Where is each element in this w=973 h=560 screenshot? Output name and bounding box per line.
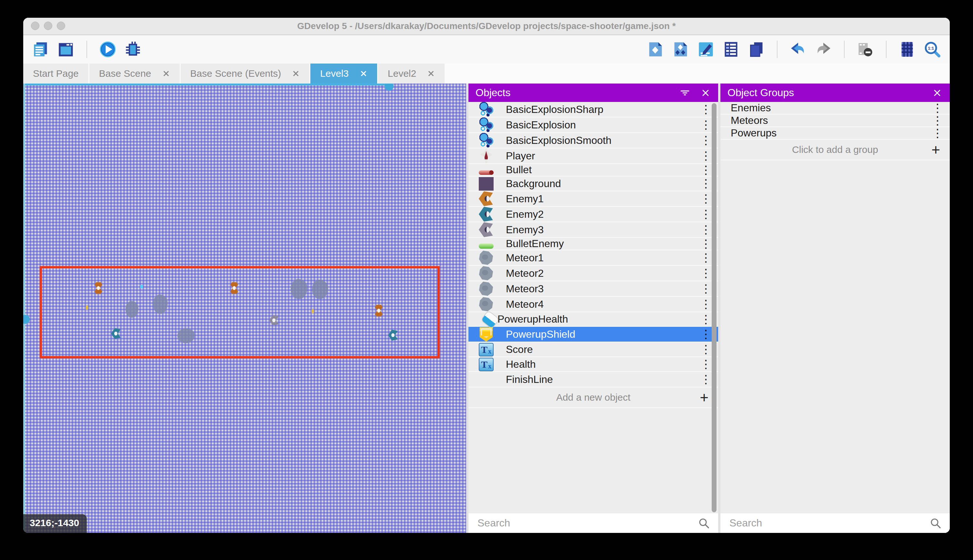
object-row-enemy2[interactable]: Enemy2⋮ — [468, 207, 718, 222]
group-label: Meteors — [731, 115, 932, 127]
row-menu-button[interactable]: ⋮ — [700, 178, 711, 189]
tab-close-icon[interactable] — [162, 70, 170, 77]
row-menu-button[interactable]: ⋮ — [700, 252, 711, 263]
tab-close-icon[interactable] — [292, 70, 300, 77]
object-row-basicexplosion[interactable]: BasicExplosion⋮ — [468, 117, 718, 133]
object-row-meteor3[interactable]: Meteor3⋮ — [468, 281, 718, 297]
row-menu-button[interactable]: ⋮ — [932, 102, 943, 114]
object-label: Player — [506, 150, 700, 162]
row-menu-button[interactable]: ⋮ — [700, 313, 711, 325]
object-row-meteor1[interactable]: Meteor1⋮ — [468, 250, 718, 266]
scene-canvas[interactable]: 3216;-1430 — [23, 83, 466, 533]
row-menu-button[interactable]: ⋮ — [700, 135, 711, 146]
objects-panel-icon[interactable] — [647, 41, 664, 58]
plus-icon[interactable]: + — [931, 142, 940, 157]
close-icon[interactable] — [700, 87, 711, 98]
add-group-button[interactable]: Click to add a group + — [720, 140, 950, 160]
object-row-meteor4[interactable]: Meteor4⋮ — [468, 297, 718, 312]
objects-search-input[interactable] — [477, 517, 698, 529]
add-group-label: Click to add a group — [792, 144, 878, 155]
panel-divider[interactable] — [466, 83, 468, 533]
tab-close-icon[interactable] — [360, 70, 367, 77]
preview-play-icon[interactable] — [99, 41, 116, 58]
tab-start-page[interactable]: Start Page — [23, 63, 88, 83]
object-groups-panel-icon[interactable] — [672, 41, 689, 58]
undo-icon[interactable] — [790, 41, 806, 58]
zoom-1-1-icon[interactable]: 1:1 — [924, 41, 941, 58]
object-label: Meteor3 — [506, 283, 700, 295]
row-menu-button[interactable]: ⋮ — [700, 298, 711, 310]
object-row-powerupshield[interactable]: PowerupShield⋮ — [468, 327, 718, 342]
group-label: Enemies — [731, 102, 932, 114]
powerup-health-icon — [480, 310, 500, 329]
plus-icon[interactable]: + — [700, 390, 708, 405]
object-row-enemy1[interactable]: Enemy1⋮ — [468, 191, 718, 207]
properties-panel-icon[interactable] — [698, 41, 714, 58]
close-window-icon[interactable] — [31, 22, 39, 30]
row-menu-button[interactable]: ⋮ — [700, 224, 711, 235]
row-menu-button[interactable]: ⋮ — [700, 343, 711, 355]
row-menu-button[interactable]: ⋮ — [700, 358, 711, 370]
filter-icon[interactable] — [680, 87, 690, 98]
add-object-button[interactable]: Add a new object + — [468, 387, 718, 408]
object-label: Bullet — [506, 164, 700, 176]
groups-search-input[interactable] — [729, 517, 930, 529]
row-menu-button[interactable]: ⋮ — [700, 193, 711, 205]
object-row-enemy3[interactable]: Enemy3⋮ — [468, 222, 718, 238]
row-menu-button[interactable]: ⋮ — [700, 283, 711, 295]
row-menu-button[interactable]: ⋮ — [700, 164, 711, 176]
project-manager-icon[interactable] — [32, 41, 49, 58]
row-menu-button[interactable]: ⋮ — [700, 208, 711, 220]
object-row-bulletenemy[interactable]: BulletEnemy⋮ — [468, 238, 718, 250]
row-menu-button[interactable]: ⋮ — [700, 267, 711, 279]
object-row-bullet[interactable]: Bullet⋮ — [468, 164, 718, 177]
group-row-powerups[interactable]: Powerups⋮ — [720, 127, 950, 140]
object-row-player[interactable]: Player⋮ — [468, 148, 718, 164]
canvas-vertical-scrollbar[interactable] — [23, 83, 25, 533]
tab-close-icon[interactable] — [427, 70, 435, 77]
row-menu-button[interactable]: ⋮ — [700, 103, 711, 115]
window-mask-icon[interactable] — [857, 41, 874, 58]
row-menu-button[interactable]: ⋮ — [700, 238, 711, 250]
redo-icon[interactable] — [815, 41, 832, 58]
object-row-basicexplosionsmooth[interactable]: BasicExplosionSmooth⋮ — [468, 133, 718, 148]
layers-panel-icon[interactable] — [748, 41, 765, 58]
dot-yellow-sprite[interactable] — [86, 306, 88, 310]
group-row-enemies[interactable]: Enemies⋮ — [720, 102, 950, 115]
object-label: BasicExplosionSmooth — [506, 135, 700, 147]
scene-editor-icon[interactable] — [57, 41, 74, 58]
row-menu-button[interactable]: ⋮ — [932, 115, 943, 127]
row-menu-button[interactable]: ⋮ — [700, 373, 711, 385]
tab-level2[interactable]: Level2 — [378, 63, 445, 83]
row-menu-button[interactable]: ⋮ — [932, 127, 943, 139]
object-row-score[interactable]: Score⋮ — [468, 342, 718, 357]
tab-base-scene[interactable]: Base Scene — [89, 63, 180, 83]
tab-base-scene-events[interactable]: Base Scene (Events) — [181, 63, 310, 83]
grid-icon[interactable] — [899, 41, 916, 58]
maximize-window-icon[interactable] — [57, 22, 65, 30]
row-menu-button[interactable]: ⋮ — [700, 150, 711, 162]
panel-divider[interactable] — [718, 83, 720, 533]
object-row-meteor2[interactable]: Meteor2⋮ — [468, 266, 718, 281]
canvas-horizontal-scroll-handle[interactable] — [385, 83, 393, 91]
instances-list-icon[interactable] — [723, 41, 740, 58]
canvas-horizontal-scrollbar[interactable] — [23, 83, 393, 85]
object-row-finishline[interactable]: FinishLine⋮ — [468, 372, 718, 387]
object-row-poweruphealth[interactable]: PowerupHealth⋮ — [468, 312, 718, 327]
object-row-health[interactable]: Health⋮ — [468, 357, 718, 372]
objects-list-scrollbar[interactable] — [712, 103, 716, 512]
row-menu-button[interactable]: ⋮ — [700, 328, 711, 340]
canvas-vertical-scroll-handle[interactable] — [23, 315, 30, 324]
debug-icon[interactable] — [125, 41, 141, 58]
group-row-meteors[interactable]: Meteors⋮ — [720, 115, 950, 127]
object-row-background[interactable]: Background⋮ — [468, 177, 718, 191]
dot-yellow-sprite[interactable] — [312, 309, 314, 313]
minimize-window-icon[interactable] — [44, 22, 52, 30]
dot-cyan-sprite[interactable] — [140, 285, 143, 288]
object-label: PowerupHealth — [498, 313, 700, 325]
explosion-icon — [479, 133, 493, 148]
object-row-basicexplosionsharp[interactable]: BasicExplosionSharp⋮ — [468, 102, 718, 117]
tab-level3[interactable]: Level3 — [310, 63, 377, 83]
row-menu-button[interactable]: ⋮ — [700, 119, 711, 131]
close-icon[interactable] — [932, 87, 943, 98]
